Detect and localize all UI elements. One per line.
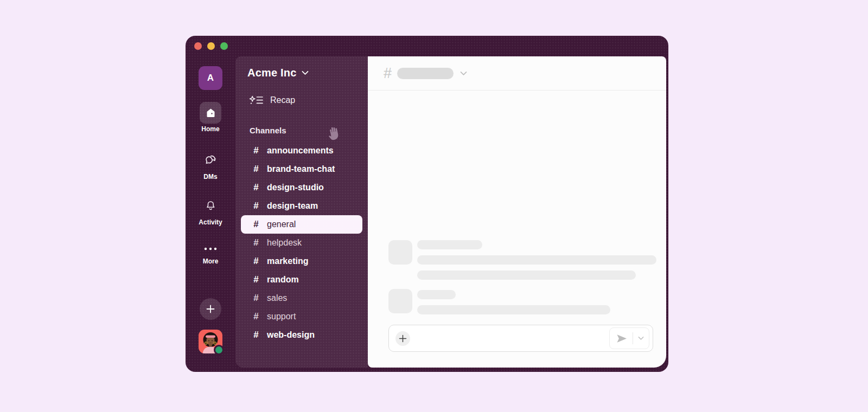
message-text-placeholder: [417, 305, 610, 314]
channel-name: announcements: [267, 146, 334, 156]
minimize-window-button[interactable]: [207, 42, 215, 50]
message-author-placeholder: [417, 290, 456, 299]
message-avatar-placeholder: [388, 240, 412, 265]
rail-item-label: Activity: [199, 218, 222, 226]
channel-item-random[interactable]: #random: [241, 271, 362, 289]
channel-item-sales[interactable]: #sales: [241, 289, 362, 307]
channel-list: #announcements#brand-team-chat#design-st…: [241, 141, 362, 344]
channel-name: general: [267, 220, 296, 229]
channel-name: support: [267, 312, 296, 321]
workspace-menu[interactable]: Acme Inc: [235, 56, 368, 79]
hash-icon: #: [251, 274, 261, 285]
sparkle-list-icon: [249, 95, 264, 105]
chevron-down-icon: [302, 70, 309, 75]
send-button[interactable]: [616, 333, 628, 344]
plus-icon: [399, 334, 407, 343]
chevron-down-icon[interactable]: [460, 71, 467, 76]
channel-item-design-studio[interactable]: #design-studio: [241, 178, 362, 197]
message-text-placeholder: [417, 255, 656, 265]
hash-icon: #: [251, 164, 261, 175]
channel-item-web-design[interactable]: #web-design: [241, 326, 362, 344]
channels-section-header[interactable]: Channels: [250, 126, 368, 137]
close-window-button[interactable]: [194, 42, 202, 50]
channel-name: design-studio: [267, 183, 324, 192]
ellipsis-icon: [200, 242, 221, 256]
message-author-placeholder: [417, 240, 482, 249]
channel-item-brand-team-chat[interactable]: #brand-team-chat: [241, 160, 362, 178]
hash-icon: #: [251, 293, 261, 304]
sidebar-item-dms[interactable]: DMs: [200, 150, 221, 181]
hash-icon: #: [251, 219, 261, 230]
channel-item-helpdesk[interactable]: #helpdesk: [241, 234, 362, 252]
hash-icon: #: [384, 66, 392, 81]
message-composer: [388, 325, 653, 352]
attach-button[interactable]: [395, 331, 410, 346]
send-options-button[interactable]: [638, 336, 644, 340]
window-controls: [194, 42, 228, 50]
message-avatar-placeholder: [388, 289, 412, 313]
zoom-window-button[interactable]: [220, 42, 228, 50]
recap-label: Recap: [270, 95, 295, 105]
channel-name: brand-team-chat: [267, 164, 335, 174]
hash-icon: #: [251, 256, 261, 267]
channel-item-general[interactable]: #general: [241, 215, 362, 234]
user-menu-avatar[interactable]: [199, 330, 222, 353]
channel-item-marketing[interactable]: #marketing: [241, 252, 362, 271]
plus-icon: [205, 304, 216, 314]
rail-item-label: Home: [201, 125, 219, 133]
bell-icon: [200, 195, 221, 217]
dms-icon: [200, 150, 221, 171]
sidebar-item-recap[interactable]: Recap: [249, 92, 368, 108]
channel-name: sales: [267, 293, 287, 303]
workspace-rail: A Home DMs A: [186, 56, 235, 372]
rail-item-label: DMs: [203, 173, 217, 181]
sidebar-item-activity[interactable]: Activity: [199, 195, 222, 226]
hand-cursor: [325, 123, 344, 143]
send-button-group: [609, 327, 649, 349]
message-pane: #: [368, 56, 666, 368]
channel-name: marketing: [267, 256, 308, 266]
sidebar-item-more[interactable]: More: [200, 242, 221, 265]
online-status-dot: [214, 345, 224, 355]
workspace-switcher-avatar[interactable]: A: [199, 66, 222, 90]
channel-name: random: [267, 275, 299, 285]
hash-icon: #: [251, 182, 261, 193]
channel-name: helpdesk: [267, 238, 302, 248]
divider: [633, 332, 633, 344]
channel-sidebar: Acme Inc Recap Channels #announcements#b…: [235, 56, 368, 368]
message-text-placeholder: [417, 271, 636, 280]
channel-item-announcements[interactable]: #announcements: [241, 141, 362, 160]
message-input[interactable]: [410, 325, 609, 351]
home-icon: [200, 102, 221, 124]
create-new-button[interactable]: [200, 298, 221, 320]
channel-header: #: [368, 56, 666, 91]
channel-name: web-design: [267, 330, 315, 340]
hash-icon: #: [251, 311, 261, 322]
rail-item-label: More: [203, 258, 219, 265]
sidebar-item-home[interactable]: Home: [200, 102, 221, 133]
chevron-down-icon: [638, 336, 644, 340]
hash-icon: #: [251, 237, 261, 248]
channel-title-placeholder: [397, 68, 454, 79]
workspace-name: Acme Inc: [247, 67, 297, 79]
channel-item-support[interactable]: #support: [241, 307, 362, 326]
channel-item-design-team[interactable]: #design-team: [241, 197, 362, 215]
hash-icon: #: [251, 145, 261, 156]
hash-icon: #: [251, 201, 261, 211]
channel-name: design-team: [267, 201, 318, 211]
send-icon: [616, 333, 628, 344]
app-window: A Home DMs A: [186, 36, 668, 372]
hash-icon: #: [251, 330, 261, 340]
